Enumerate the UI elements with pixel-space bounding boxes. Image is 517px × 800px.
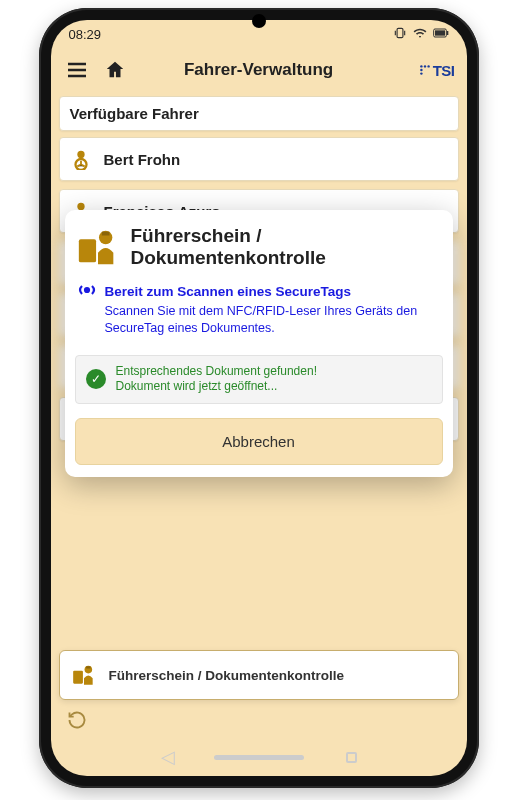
success-line2: Dokument wird jetzt geöffnet...	[116, 379, 317, 395]
svg-rect-3	[447, 31, 448, 35]
section-header: Verfügbare Fahrer	[59, 96, 459, 131]
success-line1: Entsprechendes Dokument gefunden!	[116, 364, 317, 380]
svg-point-8	[420, 72, 422, 74]
svg-point-7	[420, 69, 422, 71]
page-title: Fahrer-Verwaltung	[109, 60, 409, 80]
nav-home-pill[interactable]	[214, 755, 304, 760]
driver-name: Bert Frohn	[104, 151, 181, 168]
svg-rect-0	[397, 28, 403, 37]
content-area: Verfügbare Fahrer Bert Frohn Francisco A…	[51, 92, 467, 776]
status-time: 08:29	[69, 27, 102, 42]
screen: 08:29 Fahrer-Verwaltung	[51, 20, 467, 776]
success-message: ✓ Entsprechendes Dokument gefunden! Doku…	[75, 355, 443, 404]
driver-row[interactable]: Bert Frohn	[59, 137, 459, 181]
status-icons	[393, 26, 449, 43]
svg-point-9	[77, 151, 84, 158]
svg-point-4	[420, 65, 422, 67]
phone-frame: 08:29 Fahrer-Verwaltung	[39, 8, 479, 788]
menu-button[interactable]	[63, 56, 91, 84]
svg-rect-27	[86, 666, 90, 668]
dialog-title-line2: Dokumentenkontrolle	[131, 247, 326, 269]
nav-recents-icon[interactable]	[346, 752, 357, 763]
svg-rect-21	[78, 239, 95, 262]
svg-point-24	[85, 288, 89, 292]
refresh-bar	[59, 702, 459, 738]
document-check-dialog: Führerschein / Dokumentenkontrolle Berei…	[65, 210, 453, 477]
cancel-button[interactable]: Abbrechen	[75, 418, 443, 465]
wifi-icon	[413, 26, 427, 43]
svg-rect-23	[101, 232, 109, 236]
scan-ready-title: Bereit zum Scannen eines SecureTags	[105, 284, 352, 299]
dialog-title-line1: Führerschein /	[131, 225, 326, 247]
checkmark-icon: ✓	[86, 369, 106, 389]
camera-notch	[252, 14, 266, 28]
nfc-wave-icon	[77, 282, 97, 301]
svg-rect-25	[73, 671, 83, 684]
license-check-icon	[71, 662, 97, 688]
svg-rect-2	[435, 30, 445, 35]
battery-icon	[433, 27, 449, 42]
svg-point-6	[427, 65, 429, 67]
brand-logo: TSI	[419, 62, 455, 79]
document-control-label: Führerschein / Dokumentenkontrolle	[109, 668, 345, 683]
driver-icon	[70, 148, 92, 170]
svg-point-11	[77, 203, 84, 210]
nav-back-icon[interactable]: ◁	[161, 746, 175, 768]
svg-point-5	[423, 65, 425, 67]
license-check-icon	[75, 224, 121, 270]
vibrate-icon	[393, 26, 407, 43]
document-control-button[interactable]: Führerschein / Dokumentenkontrolle	[59, 650, 459, 700]
refresh-button[interactable]	[65, 708, 89, 732]
android-nav-bar: ◁	[51, 744, 467, 770]
scan-instruction: Scannen Sie mit dem NFC/RFID-Leser Ihres…	[105, 303, 441, 337]
app-header: Fahrer-Verwaltung TSI	[51, 48, 467, 92]
